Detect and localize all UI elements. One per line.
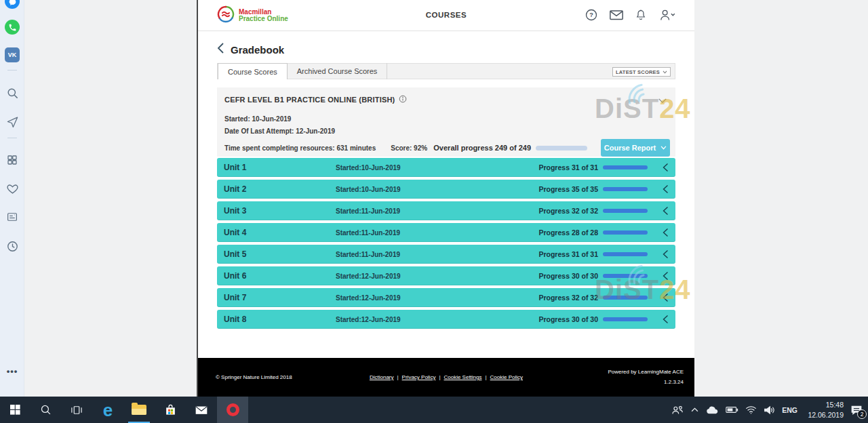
bell-icon[interactable] [635, 8, 647, 22]
mail-icon[interactable] [609, 9, 624, 21]
course-report-label: Course Report [604, 144, 656, 152]
footer-link[interactable]: Cookie Policy [490, 374, 523, 380]
unit-progress-bar [603, 230, 648, 235]
unit-progress-label: Progress 30 of 30 [538, 315, 598, 323]
unit-label: Unit 2 [224, 184, 336, 194]
chevron-left-icon[interactable] [663, 293, 669, 302]
chevron-left-icon[interactable] [663, 206, 669, 216]
store-icon[interactable] [155, 397, 186, 423]
unit-started: Started:11-Jun-2019 [336, 229, 538, 237]
nav-courses[interactable]: COURSES [426, 11, 467, 19]
history-clock-icon[interactable] [0, 240, 24, 253]
unit-row[interactable]: Unit 8 Started:12-Jun-2019 Progress 30 o… [217, 310, 675, 329]
bookmarks-heart-icon[interactable] [0, 182, 24, 195]
chevron-left-icon[interactable] [663, 228, 669, 237]
taskbar-clock[interactable]: 15:48 12.06.2019 [804, 400, 844, 420]
footer-link[interactable]: Privacy Policy [402, 374, 436, 380]
unit-row[interactable]: Unit 6 Started:12-Jun-2019 Progress 30 o… [217, 266, 675, 285]
battery-icon[interactable] [726, 406, 738, 414]
search-icon[interactable] [0, 87, 24, 100]
opera-icon[interactable] [217, 397, 248, 423]
unit-progress-label: Progress 32 of 32 [538, 294, 598, 302]
chevron-up-icon[interactable] [691, 407, 698, 412]
units-list: Unit 1 Started:10-Jun-2019 Progress 31 o… [217, 158, 675, 331]
notification-badge: 2 [857, 409, 867, 419]
unit-label: Unit 7 [224, 293, 336, 302]
unit-row[interactable]: Unit 5 Started:11-Jun-2019 Progress 31 o… [217, 245, 675, 264]
course-card: CEFR LEVEL B1 PRACTICE ONLINE (BRITISH) … [217, 87, 675, 157]
chevron-left-icon[interactable] [663, 271, 669, 281]
chevron-left-icon[interactable] [663, 249, 669, 259]
speed-dial-icon[interactable] [0, 154, 24, 166]
unit-progress-bar [603, 209, 648, 213]
unit-progress-label: Progress 31 of 31 [538, 250, 598, 258]
windows-taskbar: e [0, 397, 868, 423]
news-icon[interactable] [0, 211, 24, 223]
page-column: Macmillan Practice Online COURSES ? [197, 0, 694, 397]
sidebar-divider [7, 70, 17, 70]
collapse-chevron-icon[interactable] [658, 94, 667, 106]
chevron-left-icon[interactable] [663, 163, 669, 172]
messenger-icon[interactable] [0, 0, 24, 9]
sidebar-divider [7, 138, 17, 138]
chevron-left-icon[interactable] [663, 184, 669, 194]
chevron-left-icon[interactable] [663, 315, 669, 324]
footer-link[interactable]: Dictionary [370, 374, 394, 380]
action-center-icon[interactable]: 2 [850, 405, 863, 416]
footer-links: Dictionary|Privacy Policy|Cookie Setting… [366, 374, 526, 380]
footer-link[interactable]: Cookie Settings [443, 374, 481, 380]
language-indicator[interactable]: ENG [782, 406, 797, 414]
back-chevron-icon[interactable] [217, 42, 224, 57]
task-view-icon[interactable] [61, 397, 92, 423]
macmillan-logo[interactable]: Macmillan Practice Online [217, 5, 288, 26]
more-icon[interactable]: ••• [0, 366, 24, 376]
powered-by-text: Powered by LearningMate ACE [608, 367, 684, 377]
profile-icon[interactable] [658, 8, 677, 22]
unit-row[interactable]: Unit 2 Started:10-Jun-2019 Progress 35 o… [217, 180, 675, 199]
wifi-icon[interactable] [745, 405, 757, 414]
onedrive-cloud-icon[interactable] [705, 405, 719, 414]
logo-line2: Practice Online [239, 16, 288, 23]
svg-text:?: ? [589, 12, 593, 18]
tabs-strip: Course Scores Archived Course Scores LAT… [217, 63, 675, 79]
unit-row[interactable]: Unit 4 Started:11-Jun-2019 Progress 28 o… [217, 223, 675, 242]
unit-label: Unit 6 [224, 271, 336, 281]
volume-icon[interactable] [764, 405, 775, 415]
unit-progress-bar [603, 317, 648, 321]
overall-progress-bar [536, 146, 587, 150]
unit-label: Unit 4 [224, 228, 336, 237]
info-icon[interactable] [399, 94, 407, 106]
taskbar-search-icon[interactable] [30, 397, 61, 423]
browser-sidebar: VK ••• [0, 0, 24, 397]
course-last-attempt: Date Of Last Attempt: 12-Jun-2019 [224, 127, 335, 135]
macmillan-logo-icon [217, 5, 235, 26]
course-report-button[interactable]: Course Report [601, 139, 670, 157]
course-started: Started: 10-Jun-2019 [224, 115, 291, 123]
unit-label: Unit 3 [224, 206, 336, 216]
taskbar-date: 12.06.2019 [804, 410, 844, 420]
latest-scores-select[interactable]: LATEST SCORES [612, 67, 671, 77]
help-icon[interactable]: ? [585, 8, 598, 22]
tab-archived-course-scores[interactable]: Archived Course Scores [288, 63, 388, 79]
whatsapp-icon[interactable] [0, 20, 24, 35]
unit-row[interactable]: Unit 3 Started:11-Jun-2019 Progress 32 o… [217, 201, 675, 220]
unit-started: Started:12-Jun-2019 [336, 294, 538, 302]
unit-row[interactable]: Unit 7 Started:12-Jun-2019 Progress 32 o… [217, 288, 675, 307]
my-flow-icon[interactable] [0, 115, 24, 128]
start-icon[interactable] [0, 397, 30, 423]
mail-app-icon[interactable] [186, 397, 217, 423]
file-explorer-icon[interactable] [123, 397, 155, 423]
version-text: 1.2.3.24 [608, 378, 684, 387]
tab-course-scores[interactable]: Course Scores [218, 63, 288, 79]
course-time-spent: Time spent completing resources: 631 min… [224, 144, 376, 152]
course-score: Score: 92% [391, 144, 427, 152]
people-icon[interactable] [671, 405, 684, 416]
unit-progress-label: Progress 28 of 28 [538, 228, 598, 237]
screen: VK ••• [0, 0, 868, 423]
vk-icon[interactable]: VK [0, 47, 24, 62]
unit-progress-label: Progress 35 of 35 [538, 185, 598, 193]
latest-scores-label: LATEST SCORES [616, 69, 660, 75]
unit-row[interactable]: Unit 1 Started:10-Jun-2019 Progress 31 o… [217, 158, 675, 177]
unit-started: Started:10-Jun-2019 [336, 186, 538, 193]
edge-icon[interactable]: e [92, 397, 123, 423]
